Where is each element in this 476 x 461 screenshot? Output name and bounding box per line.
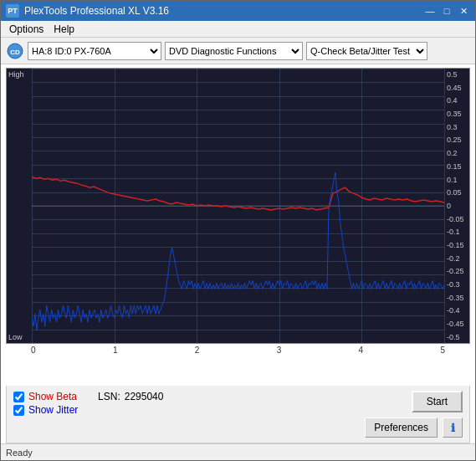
title-bar: PT PlexTools Professional XL V3.16 — □ ✕ xyxy=(1,1,475,21)
lsn-value: 2295040 xyxy=(125,391,164,402)
close-button[interactable]: ✕ xyxy=(457,5,470,17)
show-beta-label: Show Beta xyxy=(28,391,77,402)
show-beta-row: Show Beta LSN: 2295040 xyxy=(13,391,163,402)
start-button[interactable]: Start xyxy=(412,391,463,412)
title-controls: — □ ✕ xyxy=(423,5,470,17)
function-selector[interactable]: DVD Diagnostic Functions xyxy=(165,42,303,60)
info-button[interactable]: ℹ xyxy=(443,417,463,438)
test-selector[interactable]: Q-Check Beta/Jitter Test xyxy=(306,42,427,60)
chart-area: High Low 0.5 0.45 0.4 0.35 0.3 0.25 0.2 … xyxy=(6,68,470,344)
app-icon: PT xyxy=(6,4,19,18)
x-label-5: 5 xyxy=(440,346,445,355)
y-axis-right: 0.5 0.45 0.4 0.35 0.3 0.25 0.2 0.15 0.1 … xyxy=(444,69,469,343)
status-text: Ready xyxy=(6,448,33,458)
title-bar-left: PT PlexTools Professional XL V3.16 xyxy=(6,4,169,18)
drive-icon: CD xyxy=(6,42,24,60)
window-frame: PT PlexTools Professional XL V3.16 — □ ✕… xyxy=(0,0,476,461)
pref-info-row: Preferences ℹ xyxy=(365,417,463,438)
x-axis: 0 1 2 3 4 5 xyxy=(31,344,445,359)
x-label-3: 3 xyxy=(277,346,282,355)
show-jitter-checkbox[interactable] xyxy=(13,405,24,416)
drive-selector[interactable]: HA:8 ID:0 PX-760A xyxy=(28,42,161,60)
bottom-panel: Show Beta LSN: 2295040 Show Jitter Start… xyxy=(6,386,470,443)
status-bar: Ready xyxy=(1,443,475,460)
maximize-button[interactable]: □ xyxy=(440,5,453,17)
show-jitter-row: Show Jitter xyxy=(13,404,163,416)
x-label-4: 4 xyxy=(359,346,364,355)
button-area: Start Preferences ℹ xyxy=(365,391,463,438)
low-label: Low xyxy=(8,333,23,341)
lsn-label: LSN: xyxy=(98,391,120,402)
menu-bar: Options Help xyxy=(1,21,475,38)
minimize-button[interactable]: — xyxy=(423,5,437,17)
content-area: High Low 0.5 0.45 0.4 0.35 0.3 0.25 0.2 … xyxy=(1,64,475,443)
x-label-0: 0 xyxy=(31,346,36,355)
chart-plot-area xyxy=(32,69,444,343)
chart-container: High Low 0.5 0.45 0.4 0.35 0.3 0.25 0.2 … xyxy=(6,68,470,386)
menu-options[interactable]: Options xyxy=(4,23,49,36)
toolbar: CD HA:8 ID:0 PX-760A DVD Diagnostic Func… xyxy=(1,38,475,64)
show-jitter-label: Show Jitter xyxy=(28,404,78,416)
show-beta-checkbox[interactable] xyxy=(13,392,24,402)
left-controls: Show Beta LSN: 2295040 Show Jitter xyxy=(13,391,163,416)
window-title: PlexTools Professional XL V3.16 xyxy=(24,5,169,17)
x-label-2: 2 xyxy=(195,346,200,355)
high-label: High xyxy=(8,70,24,79)
menu-help[interactable]: Help xyxy=(49,23,79,36)
preferences-button[interactable]: Preferences xyxy=(365,417,438,438)
x-label-1: 1 xyxy=(113,346,118,355)
svg-text:CD: CD xyxy=(10,49,20,56)
chart-svg xyxy=(32,69,444,343)
